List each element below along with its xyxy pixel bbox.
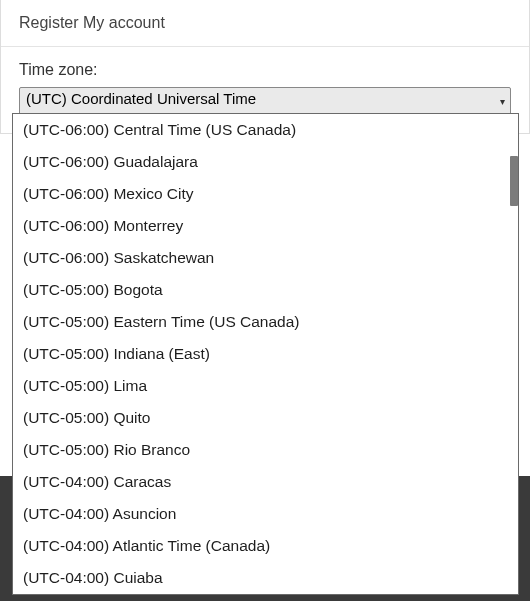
timezone-option[interactable]: (UTC-04:00) Cuiaba: [13, 562, 518, 594]
timezone-option[interactable]: (UTC-06:00) Guadalajara: [13, 146, 518, 178]
timezone-option[interactable]: (UTC-04:00) Caracas: [13, 466, 518, 498]
timezone-option[interactable]: (UTC-05:00) Quito: [13, 402, 518, 434]
timezone-option[interactable]: (UTC-06:00) Saskatchewan: [13, 242, 518, 274]
timezone-option[interactable]: (UTC-06:00) Mexico City: [13, 178, 518, 210]
timezone-select[interactable]: (UTC) Coordinated Universal Time: [19, 87, 511, 115]
scrollbar-thumb[interactable]: [510, 156, 518, 206]
timezone-select-wrap: (UTC) Coordinated Universal Time ▾: [19, 87, 511, 115]
timezone-option-list[interactable]: (UTC-06:00) Central Time (US Canada) (UT…: [13, 114, 518, 594]
timezone-label: Time zone:: [19, 61, 511, 79]
timezone-option[interactable]: (UTC-05:00) Indiana (East): [13, 338, 518, 370]
timezone-option[interactable]: (UTC-04:00) Asuncion: [13, 498, 518, 530]
timezone-option[interactable]: (UTC-05:00) Bogota: [13, 274, 518, 306]
timezone-dropdown: (UTC-06:00) Central Time (US Canada) (UT…: [12, 113, 519, 595]
timezone-option[interactable]: (UTC-06:00) Central Time (US Canada): [13, 114, 518, 146]
timezone-option[interactable]: (UTC-05:00) Lima: [13, 370, 518, 402]
timezone-option[interactable]: (UTC-05:00) Eastern Time (US Canada): [13, 306, 518, 338]
timezone-option[interactable]: (UTC-04:00) Atlantic Time (Canada): [13, 530, 518, 562]
card-title: Register My account: [1, 0, 529, 47]
timezone-option[interactable]: (UTC-06:00) Monterrey: [13, 210, 518, 242]
timezone-option[interactable]: (UTC-05:00) Rio Branco: [13, 434, 518, 466]
